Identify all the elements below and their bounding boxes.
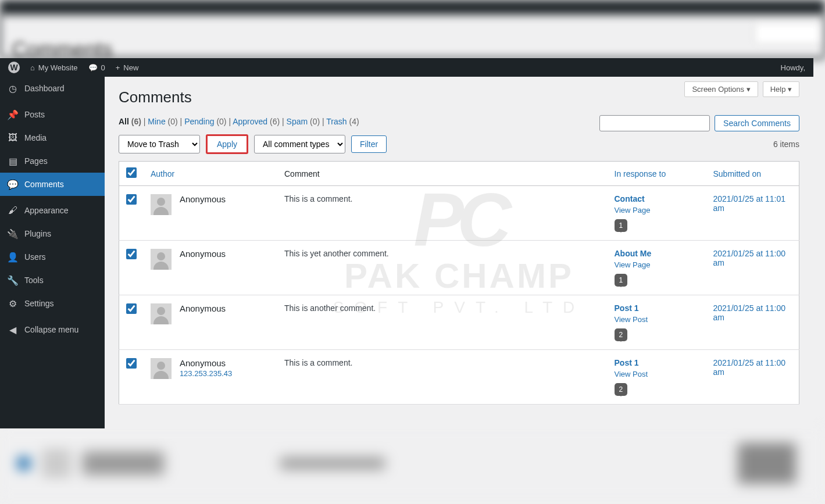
settings-icon: ⚙ <box>7 298 19 309</box>
sidebar-item-posts[interactable]: 📌Posts <box>0 103 105 126</box>
sidebar-item-label: Collapse menu <box>24 325 78 334</box>
comment-type-select[interactable]: All comment types <box>254 135 345 153</box>
view-link[interactable]: View Page <box>615 260 699 269</box>
select-all-checkbox[interactable] <box>126 167 137 178</box>
filter-spam[interactable]: Spam (0) <box>287 117 320 126</box>
row-checkbox[interactable] <box>126 303 137 314</box>
search-comments-button[interactable]: Search Comments <box>715 115 799 131</box>
table-row: Anonymous This is yet another comment. A… <box>119 241 799 295</box>
comment-count-bubble[interactable]: 1 <box>615 274 628 287</box>
author-ip[interactable]: 123.253.235.43 <box>180 369 232 378</box>
author-name: Anonymous <box>180 194 226 204</box>
sidebar-item-comments[interactable]: 💬Comments <box>0 173 105 196</box>
row-checkbox[interactable] <box>126 194 137 205</box>
response-title-link[interactable]: Post 1 <box>615 303 699 313</box>
tools-icon: 🔧 <box>7 274 19 286</box>
table-row: Anonymous This is a comment. Contact Vie… <box>119 186 799 241</box>
sidebar-item-tools[interactable]: 🔧Tools <box>0 269 105 292</box>
blur-bottom-row <box>0 428 825 498</box>
sidebar-item-label: Media <box>24 133 47 142</box>
sidebar-item-label: Plugins <box>24 229 51 238</box>
author-name: Anonymous <box>180 358 232 368</box>
response-column-header[interactable]: In response to <box>608 162 706 186</box>
table-row: Anonymous This is another comment. Post … <box>119 295 799 350</box>
content-area: Screen Options ▾ Help ▾ Comments Search … <box>105 77 813 428</box>
avatar <box>151 194 172 215</box>
site-name-link[interactable]: ⌂ My Website <box>28 63 80 72</box>
admin-sidebar: ◷Dashboard 📌Posts 🖼Media ▤Pages 💬Comment… <box>0 77 105 428</box>
users-icon: 👤 <box>7 251 19 263</box>
response-title-link[interactable]: Contact <box>615 194 699 203</box>
author-column-header[interactable]: Author <box>144 162 277 186</box>
sidebar-item-plugins[interactable]: 🔌Plugins <box>0 222 105 245</box>
sidebar-item-label: Posts <box>24 110 45 119</box>
row-checkbox[interactable] <box>126 249 137 259</box>
home-icon: ⌂ <box>30 63 35 72</box>
collapse-icon: ◀ <box>7 324 19 335</box>
comment-text: This is a comment. <box>277 350 608 405</box>
sidebar-item-label: Tools <box>24 276 44 285</box>
date-link[interactable]: 2021/01/25 at 11:00 am <box>713 303 786 322</box>
filter-pending[interactable]: Pending (0) <box>184 117 226 126</box>
sidebar-item-collapse[interactable]: ◀Collapse menu <box>0 318 105 341</box>
sidebar-item-dashboard[interactable]: ◷Dashboard <box>0 77 105 100</box>
new-link[interactable]: + New <box>113 63 141 72</box>
comment-text: This is another comment. <box>277 295 608 350</box>
date-link[interactable]: 2021/01/25 at 11:00 am <box>713 249 786 267</box>
avatar <box>151 249 172 270</box>
screen-options-button[interactable]: Screen Options ▾ <box>684 81 758 97</box>
comment-count-bubble[interactable]: 2 <box>615 328 628 341</box>
blur-top-right <box>755 23 819 44</box>
filter-trash[interactable]: Trash (4) <box>326 117 359 126</box>
plugins-icon: 🔌 <box>7 228 19 240</box>
author-name: Anonymous <box>180 249 226 259</box>
response-title-link[interactable]: About Me <box>615 249 699 258</box>
view-link[interactable]: View Post <box>615 315 699 324</box>
comment-icon: 💬 <box>88 63 98 72</box>
wp-logo[interactable]: W <box>6 62 22 73</box>
bulk-action-select[interactable]: Move to Trash <box>119 135 200 153</box>
date-link[interactable]: 2021/01/25 at 11:01 am <box>713 194 786 213</box>
table-row: Anonymous 123.253.235.43 This is a comme… <box>119 350 799 405</box>
sidebar-item-users[interactable]: 👤Users <box>0 245 105 269</box>
pages-icon: ▤ <box>7 155 19 167</box>
howdy-link[interactable]: Howdy, <box>778 63 808 72</box>
comment-count: 0 <box>101 63 105 72</box>
view-link[interactable]: View Post <box>615 370 699 378</box>
comments-table: Author Comment In response to Submitted … <box>119 161 799 405</box>
help-button[interactable]: Help ▾ <box>763 81 799 97</box>
date-column-header[interactable]: Submitted on <box>706 162 799 186</box>
admin-bar: W ⌂ My Website 💬 0 + New Howdy, <box>0 58 813 77</box>
blur-top-gray <box>0 15 825 58</box>
date-link[interactable]: 2021/01/25 at 11:00 am <box>713 358 786 377</box>
search-input[interactable] <box>599 115 710 131</box>
comment-text: This is yet another comment. <box>277 241 608 295</box>
dashboard-icon: ◷ <box>7 83 19 94</box>
site-name-label: My Website <box>38 63 78 72</box>
howdy-label: Howdy, <box>781 63 805 72</box>
filter-mine[interactable]: Mine (0) <box>148 117 177 126</box>
author-name: Anonymous <box>180 303 226 313</box>
posts-icon: 📌 <box>7 109 19 120</box>
filter-all[interactable]: All (6) <box>119 117 141 126</box>
apply-button[interactable]: Apply <box>206 134 248 154</box>
sidebar-item-label: Comments <box>24 180 64 189</box>
filter-approved[interactable]: Approved (6) <box>233 117 280 126</box>
sidebar-item-appearance[interactable]: 🖌Appearance <box>0 199 105 222</box>
sidebar-item-label: Pages <box>24 156 48 166</box>
plus-icon: + <box>116 63 120 72</box>
filter-button[interactable]: Filter <box>351 135 387 153</box>
sidebar-item-media[interactable]: 🖼Media <box>0 126 105 149</box>
items-count: 6 items <box>773 140 799 149</box>
avatar <box>151 358 172 379</box>
sidebar-item-label: Settings <box>24 299 54 308</box>
comment-column-header: Comment <box>277 162 608 186</box>
comment-count-bubble[interactable]: 1 <box>615 219 628 232</box>
row-checkbox[interactable] <box>126 358 137 369</box>
sidebar-item-settings[interactable]: ⚙Settings <box>0 292 105 315</box>
sidebar-item-pages[interactable]: ▤Pages <box>0 149 105 173</box>
comments-bubble[interactable]: 💬 0 <box>86 63 108 72</box>
comment-count-bubble[interactable]: 2 <box>615 383 628 396</box>
response-title-link[interactable]: Post 1 <box>615 358 699 367</box>
view-link[interactable]: View Page <box>615 206 699 215</box>
